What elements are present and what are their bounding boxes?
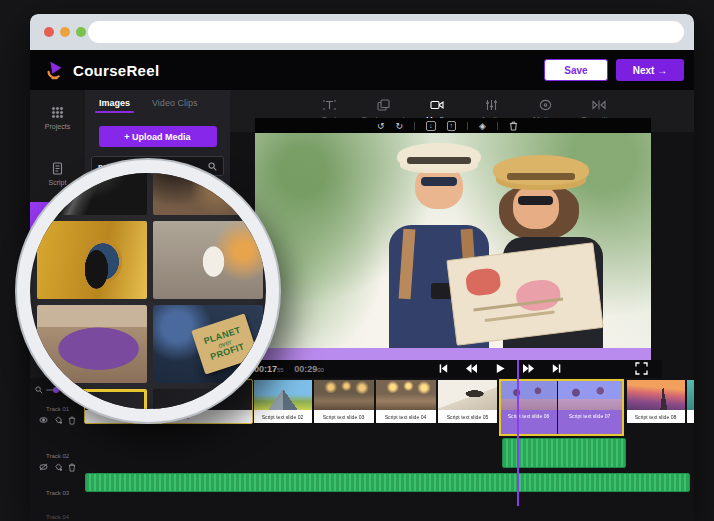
slide-label: Script text slide 08 (635, 414, 677, 419)
track-label: Track 01 (30, 406, 85, 412)
trash-icon[interactable] (509, 121, 518, 131)
sidebar-item-label: Projects (45, 123, 70, 130)
protest-sign: PLANET over PROFIT (191, 313, 258, 374)
skip-end-button[interactable] (552, 363, 562, 374)
skip-start-button[interactable] (438, 363, 448, 374)
slide-label: Script text slide 04 (385, 414, 427, 419)
track-label: Track 02 (30, 453, 85, 459)
magnified-thumbnail (37, 221, 147, 299)
background-icon (377, 99, 390, 111)
slide-thumbnail (438, 380, 497, 410)
search-icon (208, 162, 217, 171)
sunglasses (518, 196, 553, 205)
timeline-slide-3[interactable]: Script text slide 03 (314, 380, 374, 423)
close-window-button[interactable] (44, 27, 54, 37)
sidebar-item-label: Script (49, 179, 67, 186)
magnifier-content: PLANET over PROFIT (30, 173, 266, 409)
woman-hat (493, 155, 589, 185)
magnified-thumbnail-grid: PLANET over PROFIT (37, 173, 263, 409)
sunglasses (421, 177, 457, 186)
slide-thumbnail (558, 380, 622, 410)
fill-icon[interactable] (54, 416, 62, 424)
browser-chrome (30, 14, 694, 50)
slide-thumbnail (376, 380, 436, 410)
timecode: 00:1755 00:2900 (254, 364, 324, 374)
timeline-slide-8[interactable]: Script text slide 08 (627, 380, 685, 423)
timeline-slide-2[interactable]: Script text slide 02 (254, 380, 312, 423)
media-icon (430, 99, 444, 111)
track-header-2: Track 02 (30, 453, 85, 472)
woman-face (513, 185, 559, 229)
fullscreen-button[interactable] (635, 362, 648, 375)
upload-media-button[interactable]: + Upload Media (99, 126, 217, 147)
magnifier-lens: PLANET over PROFIT (17, 160, 279, 422)
transition-icon (592, 99, 606, 111)
track-label: Track 03 (30, 490, 85, 496)
magnified-thumbnail (37, 305, 147, 383)
visibility-icon[interactable] (39, 416, 48, 424)
coursereel-logo-icon (44, 59, 66, 81)
layers-icon[interactable]: ◈ (479, 121, 486, 131)
play-button[interactable] (495, 363, 505, 374)
rewind-button[interactable] (465, 363, 478, 374)
timeline-slide-6[interactable]: Script text slide 06 (501, 380, 557, 435)
transport-controls (438, 363, 562, 374)
divider (414, 122, 415, 130)
sign-text: PROFIT (209, 342, 246, 362)
move-down-icon[interactable]: ↓ (426, 121, 436, 131)
sidebar-item-projects[interactable]: Projects (30, 90, 85, 146)
audio-track-waveform[interactable] (85, 473, 690, 492)
slide-label: Script text slide 06 (508, 413, 550, 418)
total-time: 00:29 (294, 364, 317, 374)
tab-images[interactable]: Images (99, 98, 130, 108)
track-header-1: Track 01 (30, 406, 85, 425)
preview-photo (255, 133, 651, 348)
redo-icon[interactable]: ↻ (396, 121, 404, 131)
trash-icon[interactable] (68, 416, 76, 425)
track-label: Track 04 (30, 514, 85, 520)
maximize-window-button[interactable] (76, 27, 86, 37)
slide-thumbnail (314, 380, 374, 410)
timeline-slide-partial[interactable] (687, 380, 694, 423)
minimize-window-button[interactable] (60, 27, 70, 37)
text-icon (323, 99, 336, 111)
trash-icon[interactable] (68, 463, 76, 472)
magnified-thumbnail (153, 221, 263, 299)
total-frames: 00 (317, 367, 324, 373)
preview-area: ↺ ↻ ↓ ↑ ◈ (255, 118, 651, 374)
timeline-slide-7[interactable]: Script text slide 07 (558, 380, 622, 435)
slide-thumbnail (627, 380, 685, 410)
playback-bar: 00:1755 00:2900 (230, 360, 662, 378)
zoom-slider-knob[interactable] (53, 387, 59, 393)
current-time: 00:17 (254, 364, 277, 374)
slide-label: Script text slide 07 (569, 413, 611, 418)
brand-name: CourseReel (73, 62, 159, 79)
document-icon (51, 162, 64, 175)
hat-band (507, 173, 575, 180)
track-header-4: Track 04 (30, 514, 85, 520)
divider (497, 122, 498, 130)
grid-icon (51, 106, 64, 119)
move-up-icon[interactable]: ↑ (447, 121, 457, 131)
preview-icon-strip: ↺ ↻ ↓ ↑ ◈ (255, 118, 651, 133)
url-bar[interactable] (88, 21, 684, 43)
playhead[interactable] (517, 360, 519, 506)
tab-video-clips[interactable]: Video Clips (152, 98, 197, 108)
visibility-off-icon[interactable] (39, 463, 48, 471)
zoom-icon (35, 386, 43, 394)
motion-icon (539, 99, 552, 111)
slide-label: Script text slide 05 (447, 414, 489, 419)
slide-thumbnail (254, 380, 312, 410)
undo-icon[interactable]: ↺ (377, 121, 385, 131)
magnified-thumbnail: PLANET over PROFIT (153, 305, 263, 383)
fast-forward-button[interactable] (522, 363, 535, 374)
man-face (415, 165, 463, 209)
slide-thumbnail (501, 380, 557, 410)
audio-clip[interactable] (502, 438, 626, 468)
save-button[interactable]: Save (544, 59, 608, 81)
timeline-slide-4[interactable]: Script text slide 04 (376, 380, 436, 423)
next-button[interactable]: Next → (616, 59, 684, 81)
timeline-slide-5[interactable]: Script text slide 05 (438, 380, 497, 423)
man-hat (397, 143, 481, 169)
fill-icon[interactable] (54, 463, 62, 471)
